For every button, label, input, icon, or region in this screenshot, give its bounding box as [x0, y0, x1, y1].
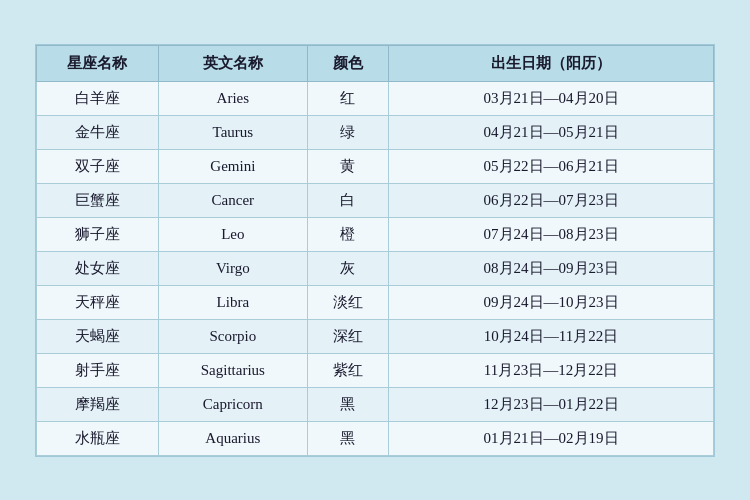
cell-english-name: Virgo	[158, 251, 307, 285]
table-row: 摩羯座Capricorn黑12月23日—01月22日	[37, 387, 714, 421]
cell-chinese-name: 白羊座	[37, 81, 159, 115]
cell-date: 08月24日—09月23日	[389, 251, 714, 285]
cell-color: 橙	[307, 217, 388, 251]
table-row: 水瓶座Aquarius黑01月21日—02月19日	[37, 421, 714, 455]
cell-chinese-name: 巨蟹座	[37, 183, 159, 217]
cell-english-name: Gemini	[158, 149, 307, 183]
cell-date: 10月24日—11月22日	[389, 319, 714, 353]
cell-english-name: Taurus	[158, 115, 307, 149]
cell-chinese-name: 处女座	[37, 251, 159, 285]
cell-english-name: Cancer	[158, 183, 307, 217]
cell-color: 黑	[307, 421, 388, 455]
cell-chinese-name: 天秤座	[37, 285, 159, 319]
cell-chinese-name: 狮子座	[37, 217, 159, 251]
cell-english-name: Scorpio	[158, 319, 307, 353]
cell-date: 06月22日—07月23日	[389, 183, 714, 217]
header-english-name: 英文名称	[158, 45, 307, 81]
cell-english-name: Aries	[158, 81, 307, 115]
table-row: 双子座Gemini黄05月22日—06月21日	[37, 149, 714, 183]
table-header-row: 星座名称 英文名称 颜色 出生日期（阳历）	[37, 45, 714, 81]
table-row: 射手座Sagittarius紫红11月23日—12月22日	[37, 353, 714, 387]
table-row: 天秤座Libra淡红09月24日—10月23日	[37, 285, 714, 319]
cell-chinese-name: 水瓶座	[37, 421, 159, 455]
table-row: 狮子座Leo橙07月24日—08月23日	[37, 217, 714, 251]
cell-color: 紫红	[307, 353, 388, 387]
cell-date: 01月21日—02月19日	[389, 421, 714, 455]
table-row: 白羊座Aries红03月21日—04月20日	[37, 81, 714, 115]
zodiac-table: 星座名称 英文名称 颜色 出生日期（阳历） 白羊座Aries红03月21日—04…	[36, 45, 714, 456]
cell-color: 黄	[307, 149, 388, 183]
cell-chinese-name: 天蝎座	[37, 319, 159, 353]
cell-chinese-name: 摩羯座	[37, 387, 159, 421]
cell-color: 黑	[307, 387, 388, 421]
cell-color: 红	[307, 81, 388, 115]
cell-date: 03月21日—04月20日	[389, 81, 714, 115]
cell-date: 12月23日—01月22日	[389, 387, 714, 421]
header-date: 出生日期（阳历）	[389, 45, 714, 81]
header-chinese-name: 星座名称	[37, 45, 159, 81]
cell-color: 白	[307, 183, 388, 217]
cell-date: 04月21日—05月21日	[389, 115, 714, 149]
cell-color: 深红	[307, 319, 388, 353]
table-row: 天蝎座Scorpio深红10月24日—11月22日	[37, 319, 714, 353]
cell-chinese-name: 金牛座	[37, 115, 159, 149]
cell-color: 绿	[307, 115, 388, 149]
cell-english-name: Sagittarius	[158, 353, 307, 387]
cell-english-name: Libra	[158, 285, 307, 319]
cell-english-name: Aquarius	[158, 421, 307, 455]
cell-date: 09月24日—10月23日	[389, 285, 714, 319]
cell-date: 07月24日—08月23日	[389, 217, 714, 251]
table-row: 处女座Virgo灰08月24日—09月23日	[37, 251, 714, 285]
cell-english-name: Leo	[158, 217, 307, 251]
table-row: 金牛座Taurus绿04月21日—05月21日	[37, 115, 714, 149]
cell-chinese-name: 射手座	[37, 353, 159, 387]
header-color: 颜色	[307, 45, 388, 81]
table-row: 巨蟹座Cancer白06月22日—07月23日	[37, 183, 714, 217]
cell-date: 05月22日—06月21日	[389, 149, 714, 183]
table-body: 白羊座Aries红03月21日—04月20日金牛座Taurus绿04月21日—0…	[37, 81, 714, 455]
cell-english-name: Capricorn	[158, 387, 307, 421]
cell-chinese-name: 双子座	[37, 149, 159, 183]
zodiac-table-container: 星座名称 英文名称 颜色 出生日期（阳历） 白羊座Aries红03月21日—04…	[35, 44, 715, 457]
cell-date: 11月23日—12月22日	[389, 353, 714, 387]
cell-color: 淡红	[307, 285, 388, 319]
cell-color: 灰	[307, 251, 388, 285]
